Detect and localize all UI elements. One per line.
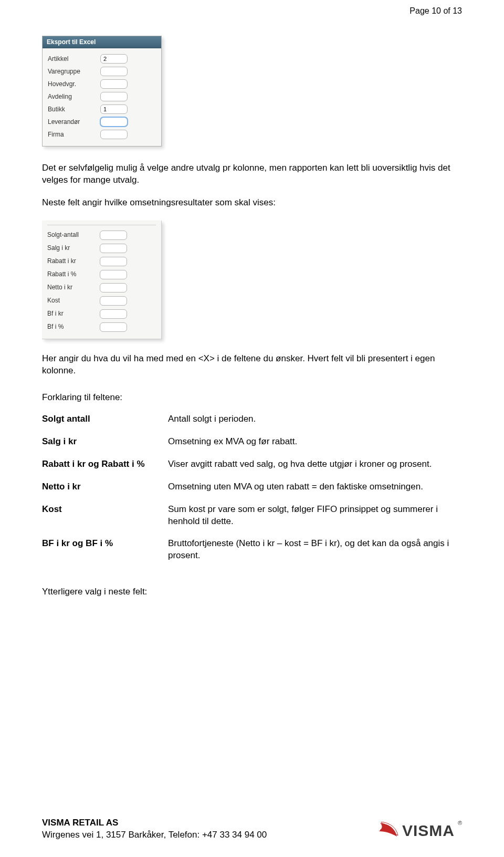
desc-kost: Sum kost pr vare som er solgt, følger FI… bbox=[168, 504, 462, 528]
label-rabatt-pct: Rabatt i % bbox=[47, 270, 100, 278]
footer: VISMA RETAIL AS Wirgenes vei 1, 3157 Bar… bbox=[42, 817, 462, 841]
term-table: Solgt antall Antall solgt i perioden. Sa… bbox=[42, 413, 462, 562]
field-firma[interactable] bbox=[100, 130, 128, 139]
row-avdeling: Avdeling bbox=[48, 90, 156, 103]
registered-mark: ® bbox=[458, 819, 462, 827]
label-hovedvgr: Hovedvgr. bbox=[48, 80, 100, 88]
term-salg-kr: Salg i kr bbox=[42, 436, 158, 448]
field-salg-kr[interactable] bbox=[100, 244, 127, 253]
label-varegruppe: Varegruppe bbox=[48, 67, 100, 76]
label-salg-kr: Salg i kr bbox=[47, 244, 100, 252]
visma-logo-icon bbox=[378, 822, 399, 840]
desc-solgt-antall: Antall solgt i perioden. bbox=[168, 413, 462, 425]
row-leverandor: Leverandør bbox=[48, 116, 156, 128]
row-butikk: Butikk 1 bbox=[48, 103, 156, 116]
row-solgt-antall: Solgt-antall bbox=[47, 228, 156, 242]
label-leverandor: Leverandør bbox=[48, 118, 100, 126]
label-bf-kr: Bf i kr bbox=[47, 309, 100, 318]
row-rabatt-kr: Rabatt i kr bbox=[47, 255, 156, 268]
label-artikkel: Artikkel bbox=[48, 55, 100, 63]
field-bf-kr[interactable] bbox=[100, 309, 127, 319]
export-panel-body: Artikkel 2 Varegruppe Hovedvgr. Avdeling… bbox=[43, 48, 161, 146]
term-kost: Kost bbox=[42, 504, 158, 528]
footer-left: VISMA RETAIL AS Wirgenes vei 1, 3157 Bar… bbox=[42, 817, 267, 841]
label-netto-kr: Netto i kr bbox=[47, 283, 100, 291]
field-solgt-antall[interactable] bbox=[100, 231, 127, 240]
row-firma: Firma bbox=[48, 128, 156, 141]
label-kost: Kost bbox=[47, 296, 100, 305]
desc-netto: Omsetning uten MVA og uten rabatt = den … bbox=[168, 481, 462, 493]
paragraph-2: Neste felt angir hvilke omsetningsresult… bbox=[42, 197, 462, 209]
company-address: Wirgenes vei 1, 3157 Barkåker, Telefon: … bbox=[42, 829, 267, 841]
row-kost: Kost bbox=[47, 294, 156, 307]
paragraph-1: Det er selvfølgelig mulig å velge andre … bbox=[42, 162, 462, 186]
term-rabatt: Rabatt i kr og Rabatt i % bbox=[42, 458, 158, 471]
field-avdeling[interactable] bbox=[100, 92, 128, 101]
field-rabatt-pct[interactable] bbox=[100, 270, 127, 279]
forklaring-title: Forklaring til feltene: bbox=[42, 392, 462, 404]
field-artikkel[interactable]: 2 bbox=[100, 54, 128, 64]
desc-rabatt: Viser avgitt rabatt ved salg, og hva det… bbox=[168, 458, 462, 471]
field-bf-pct[interactable] bbox=[100, 322, 127, 332]
export-panel: Eksport til Excel Artikkel 2 Varegruppe … bbox=[42, 36, 162, 147]
row-netto-kr: Netto i kr bbox=[47, 281, 156, 294]
field-varegruppe[interactable] bbox=[100, 67, 128, 76]
visma-logo-text: VISMA bbox=[402, 820, 455, 842]
field-kost[interactable] bbox=[100, 296, 127, 306]
row-salg-kr: Salg i kr bbox=[47, 242, 156, 255]
field-butikk[interactable]: 1 bbox=[100, 104, 128, 114]
row-bf-pct: Bf i % bbox=[47, 320, 156, 333]
paragraph-3: Her angir du hva du vil ha med med en <X… bbox=[42, 353, 462, 377]
row-bf-kr: Bf i kr bbox=[47, 307, 156, 320]
divider bbox=[47, 225, 156, 225]
label-butikk: Butikk bbox=[48, 105, 100, 113]
field-rabatt-kr[interactable] bbox=[100, 257, 127, 266]
term-bf: BF i kr og BF i % bbox=[42, 538, 158, 562]
label-firma: Firma bbox=[48, 130, 100, 139]
row-rabatt-pct: Rabatt i % bbox=[47, 268, 156, 281]
desc-salg-kr: Omsetning ex MVA og før rabatt. bbox=[168, 436, 462, 448]
row-hovedvgr: Hovedvgr. bbox=[48, 78, 156, 90]
field-netto-kr[interactable] bbox=[100, 283, 127, 292]
desc-bf: Bruttofortjeneste (Netto i kr – kost = B… bbox=[168, 538, 462, 562]
row-varegruppe: Varegruppe bbox=[48, 65, 156, 78]
export-panel-header: Eksport til Excel bbox=[43, 36, 161, 48]
ytterligere-text: Ytterligere valg i neste felt: bbox=[42, 586, 462, 598]
label-rabatt-kr: Rabatt i kr bbox=[47, 257, 100, 265]
company-name: VISMA RETAIL AS bbox=[42, 817, 267, 829]
field-hovedvgr[interactable] bbox=[100, 79, 128, 89]
results-panel: Solgt-antall Salg i kr Rabatt i kr Rabat… bbox=[42, 221, 162, 339]
page-number: Page 10 of 13 bbox=[410, 5, 462, 17]
term-netto: Netto i kr bbox=[42, 481, 158, 493]
label-avdeling: Avdeling bbox=[48, 92, 100, 101]
field-leverandor[interactable] bbox=[100, 117, 128, 127]
label-bf-pct: Bf i % bbox=[47, 322, 100, 331]
row-artikkel: Artikkel 2 bbox=[48, 53, 156, 65]
term-solgt-antall: Solgt antall bbox=[42, 413, 158, 425]
label-solgt-antall: Solgt-antall bbox=[47, 231, 100, 239]
visma-logo: VISMA ® bbox=[378, 820, 462, 842]
